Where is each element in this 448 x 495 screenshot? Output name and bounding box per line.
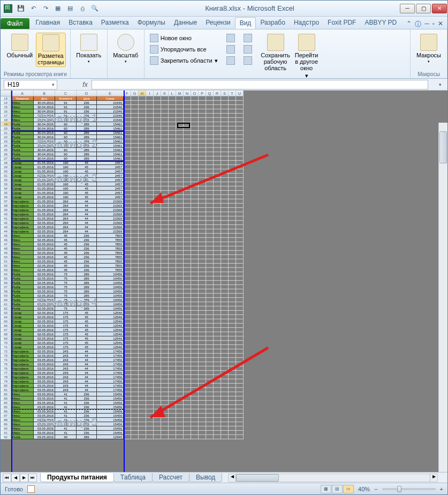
column-header[interactable]: D	[77, 91, 97, 96]
table-cell[interactable]: 236	[77, 101, 97, 105]
table-cell[interactable]: 75	[55, 302, 77, 306]
page-layout-view-icon[interactable]: ▤	[332, 485, 343, 493]
row-header[interactable]: 78	[1, 375, 11, 379]
table-cell[interactable]: 175	[55, 345, 77, 349]
row-header[interactable]: 88	[1, 418, 11, 422]
table-cell[interactable]: 264	[55, 199, 77, 204]
table-cell[interactable]: Рыба	[11, 276, 34, 281]
table-cell[interactable]: 15456	[97, 396, 124, 401]
table-cell[interactable]: 02.05.2016	[34, 302, 55, 306]
row-header[interactable]: 73	[1, 354, 11, 358]
row-header[interactable]: 52	[1, 264, 11, 268]
row-header[interactable]: 81	[1, 388, 11, 392]
table-cell[interactable]: Мясо	[11, 105, 34, 109]
table-cell[interactable]: 30.04.2016	[34, 126, 55, 131]
file-tab[interactable]: Файл	[1, 18, 29, 29]
table-cell[interactable]: 17456	[97, 371, 124, 375]
table-cell[interactable]: 45	[55, 242, 77, 246]
table-cell[interactable]: 289	[77, 156, 97, 161]
table-cell[interactable]: 91	[55, 101, 77, 105]
table-cell[interactable]: 02.05.2016	[34, 225, 55, 229]
sync-scroll-button[interactable]	[241, 44, 254, 55]
table-cell[interactable]: 45	[77, 336, 97, 341]
row-header[interactable]: 50	[1, 255, 11, 259]
table-cell[interactable]: 30.04.2016	[34, 109, 55, 114]
table-cell[interactable]: 236	[77, 409, 97, 414]
table-cell[interactable]: 01.05.2016	[34, 216, 55, 221]
zoom-slider[interactable]	[382, 488, 436, 490]
table-cell[interactable]: 44	[77, 216, 97, 221]
table-cell[interactable]: 289	[77, 122, 97, 126]
table-cell[interactable]: 236	[77, 246, 97, 251]
table-cell[interactable]: 7855	[97, 234, 124, 238]
table-cell[interactable]: 7855	[97, 259, 124, 264]
row-header[interactable]: 43	[1, 225, 11, 229]
table-cell[interactable]: 243	[55, 358, 77, 362]
row-header[interactable]: 37	[1, 199, 11, 204]
row-header[interactable]: 26	[1, 152, 11, 156]
table-cell[interactable]: 236	[77, 264, 97, 268]
table-cell[interactable]: 45	[55, 238, 77, 242]
scrollbar-thumb[interactable]	[439, 131, 447, 163]
table-cell[interactable]: 30.04.2016	[34, 139, 55, 144]
table-cell[interactable]: 7855	[97, 242, 124, 246]
table-cell[interactable]: 02.05.2016	[34, 349, 55, 354]
table-header-cell[interactable]: Количеств	[55, 96, 77, 101]
table-cell[interactable]: Картофель	[11, 379, 34, 384]
row-header[interactable]: 68	[1, 332, 11, 336]
table-cell[interactable]: 02.05.2016	[34, 345, 55, 349]
row-header[interactable]: 62	[1, 306, 11, 311]
table-cell[interactable]: 21569	[97, 229, 124, 234]
table-cell[interactable]: 236	[77, 238, 97, 242]
column-header[interactable]: A	[11, 91, 34, 96]
row-header[interactable]: 54	[1, 272, 11, 276]
ribbon-tab-Рецензи[interactable]: Рецензи	[201, 17, 234, 29]
table-cell[interactable]: 10456	[97, 272, 124, 276]
table-cell[interactable]: Рыба	[11, 306, 34, 311]
table-cell[interactable]: 01.05.2016	[34, 186, 55, 191]
select-all-corner[interactable]	[1, 91, 11, 96]
table-cell[interactable]: 289	[77, 152, 97, 156]
row-header[interactable]: 87	[1, 414, 11, 418]
table-cell[interactable]: 75	[55, 298, 77, 302]
zoom-out-button[interactable]: −	[374, 486, 377, 492]
table-cell[interactable]: 17456	[97, 358, 124, 362]
table-cell[interactable]: 60	[55, 144, 77, 148]
table-cell[interactable]: 236	[77, 118, 97, 122]
table-cell[interactable]: 236	[77, 414, 97, 418]
table-cell[interactable]: 02.05.2016	[34, 328, 55, 332]
table-cell[interactable]: 60	[55, 152, 77, 156]
table-cell[interactable]: 236	[77, 251, 97, 255]
table-cell[interactable]: Картофель	[11, 375, 34, 379]
table-cell[interactable]: 15456	[97, 426, 124, 431]
table-cell[interactable]: 75	[55, 272, 77, 276]
row-header[interactable]: 39	[1, 208, 11, 212]
table-cell[interactable]: 21546	[97, 109, 124, 114]
table-cell[interactable]: 190	[55, 195, 77, 199]
table-cell[interactable]: Рыба	[11, 144, 34, 148]
table-cell[interactable]: 289	[77, 135, 97, 139]
table-cell[interactable]: 02.05.2016	[34, 272, 55, 276]
table-cell[interactable]: 45	[55, 268, 77, 272]
table-cell[interactable]: 264	[55, 221, 77, 225]
row-header[interactable]: 47	[1, 242, 11, 246]
table-cell[interactable]: 175	[55, 324, 77, 328]
table-cell[interactable]: 243	[55, 362, 77, 366]
table-cell[interactable]: Картофель	[11, 354, 34, 358]
column-header[interactable]: F	[124, 91, 131, 96]
expand-formula-bar-icon[interactable]: ▾	[439, 82, 447, 87]
table-cell[interactable]: 7855	[97, 268, 124, 272]
row-header[interactable]: 53	[1, 268, 11, 272]
table-cell[interactable]: Картофель	[11, 388, 34, 392]
ribbon-tab-Вставка[interactable]: Вставка	[64, 17, 97, 29]
table-cell[interactable]: Сахар	[11, 341, 34, 345]
table-cell[interactable]: 75	[55, 294, 77, 298]
row-header[interactable]: 56	[1, 281, 11, 285]
row-header[interactable]: 75	[1, 362, 11, 366]
show-button[interactable]: Показать▾	[74, 33, 104, 65]
arrange-all-button[interactable]: Упорядочить все	[148, 44, 220, 55]
table-cell[interactable]: 15456	[97, 401, 124, 405]
table-cell[interactable]: Сахар	[11, 191, 34, 195]
macros-button[interactable]: Макросы▾	[414, 33, 444, 65]
table-cell[interactable]: 264	[55, 216, 77, 221]
